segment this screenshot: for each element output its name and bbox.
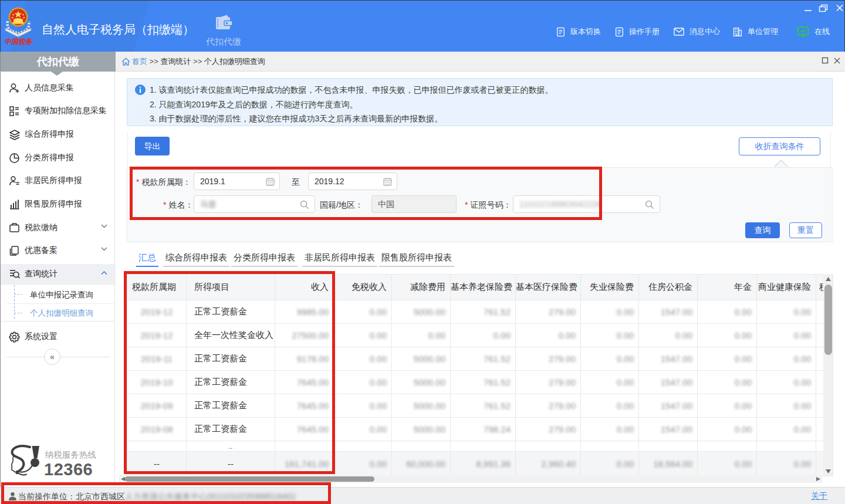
svg-text:12366: 12366 bbox=[44, 460, 93, 479]
svg-text:纳税服务热线: 纳税服务热线 bbox=[45, 450, 96, 459]
